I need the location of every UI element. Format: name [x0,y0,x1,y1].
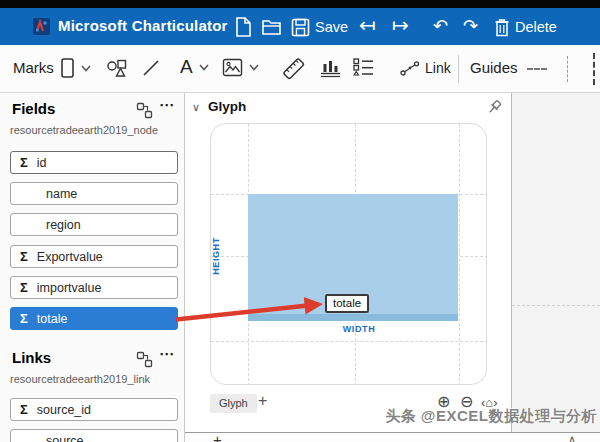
trash-icon [494,18,510,37]
tools-toolbar: Marks A [0,45,600,93]
field-item-importvalue[interactable]: Σ importvalue [10,276,178,299]
save-label: Save [315,19,348,35]
redo-button[interactable]: ↷ [463,14,478,38]
text-tool-icon: A [180,56,193,78]
link-label: Link [425,60,451,76]
field-label: totale [37,312,68,326]
undo-button[interactable]: ↶ [433,14,448,38]
field-item-region[interactable]: region [10,213,178,236]
new-file-icon [234,16,252,38]
next-chart-button[interactable]: ↦ [392,13,409,37]
field-label: importvalue [37,281,102,295]
field-item-name[interactable]: name [10,182,178,205]
chart-canvas-area[interactable] [512,93,600,432]
image-mark-tool[interactable] [222,58,259,77]
rectangle-mark-tool[interactable] [60,57,91,79]
guides-dash-icon[interactable] [527,68,547,70]
legend-icon [353,58,374,76]
field-label: id [37,156,47,170]
line-mark-tool[interactable] [142,59,160,77]
links-more-button[interactable]: ⋯ [159,345,175,363]
field-label: source [46,434,84,442]
plot-segment-icon [320,58,341,78]
glyph-canvas[interactable]: HEIGHT WIDTH totale [210,123,487,385]
arrow-left-bar-icon: ↤ [359,15,376,35]
field-label: Exportvalue [37,250,103,264]
plot-segment-tool[interactable] [320,58,341,78]
titlebar: Microsoft Charticulator Save ↤ ↦ ↶ ↷ [0,8,600,45]
sigma-icon: Σ [20,311,28,326]
derived-columns-icon[interactable] [136,351,153,368]
add-glyph-button[interactable]: + [258,392,267,410]
previous-chart-button[interactable]: ↤ [359,13,376,37]
line-icon [142,59,160,77]
delete-button[interactable]: Delete [494,15,557,39]
add-button[interactable]: + [213,433,222,442]
field-label: region [46,218,81,232]
ruler-icon [280,55,307,82]
pin-icon[interactable] [485,99,504,118]
glyph-panel-title: Glyph [208,99,246,114]
field-label: name [46,187,77,201]
delete-label: Delete [515,19,557,35]
sigma-icon: Σ [20,402,28,417]
dataset-panel: Fields ⋯ resourcetradeearth2019_node Σ i… [0,93,185,442]
field-item-id[interactable]: Σ id [10,151,178,174]
tab-glyph[interactable]: Glyph [210,394,257,413]
symbol-shapes-icon [106,58,128,78]
redo-icon: ↷ [463,16,478,36]
derived-columns-icon[interactable] [136,102,153,119]
lower-panel-edge: + ∧ [185,432,600,442]
image-icon [222,58,243,77]
guide-ruler-tool[interactable] [280,55,307,82]
rectangle-icon [60,57,75,79]
expand-chevron-icon[interactable]: ∧ [568,434,576,442]
text-mark-tool[interactable]: A [180,56,209,78]
arrow-right-bar-icon: ↦ [392,15,409,35]
toolbar-divider [458,55,459,83]
collapse-chevron-icon[interactable]: ∨ [192,101,200,114]
chevron-down-icon [249,64,259,71]
open-folder-icon [261,17,283,37]
field-item-exportvalue[interactable]: Σ Exportvalue [10,245,178,268]
links-table-name: resourcetradeearth2019_link [10,373,150,385]
marks-label: Marks [13,59,54,76]
symbol-mark-tool[interactable] [106,58,128,78]
field-label: source_id [37,403,91,417]
annotation-arrow [170,288,405,333]
sigma-icon: Σ [20,155,28,170]
sigma-icon: Σ [20,280,28,295]
legend-tool[interactable] [353,58,374,76]
toolbar-overflow-handle[interactable] [593,53,595,85]
watermark-text: 头条 @EXCEL数据处理与分析 [385,407,597,426]
undo-icon: ↶ [433,16,448,36]
save-button[interactable]: Save [291,15,348,39]
gridline [459,124,460,385]
toolbar-dotted-divider [567,56,568,82]
charticulator-logo-icon [33,18,50,35]
gridline [512,305,600,306]
new-file-button[interactable] [234,15,252,39]
link-tool[interactable]: Link [400,60,451,76]
field-item-source[interactable]: source [10,429,178,442]
app-title: Microsoft Charticulator [58,17,228,34]
fields-section-title: Fields [12,100,55,117]
links-section-title: Links [12,349,51,366]
field-item-source-id[interactable]: Σ source_id [10,398,178,421]
window-top-edge [0,0,600,8]
fields-table-name: resourcetradeearth2019_node [10,124,158,136]
open-file-button[interactable] [261,15,283,39]
sigma-icon: Σ [20,249,28,264]
field-item-totale[interactable]: Σ totale [10,307,178,330]
gridline [211,341,487,342]
chevron-down-icon [199,64,209,71]
glyph-editor-panel: ∨ Glyph HEIGHT WIDTH totale Glyph + ⊕ ⊖ … [185,93,512,432]
link-icon [400,61,420,76]
chevron-down-icon [81,65,91,72]
fields-more-button[interactable]: ⋯ [159,96,175,114]
height-handle-label: HEIGHT [211,226,221,286]
save-icon [291,18,310,37]
guides-label: Guides [470,59,518,76]
